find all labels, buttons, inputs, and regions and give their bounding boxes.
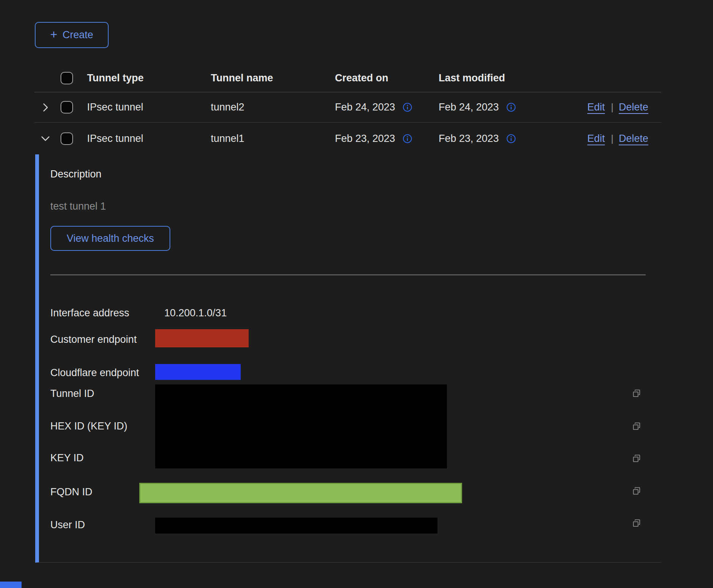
- copy-icon[interactable]: [632, 422, 641, 431]
- field-label-user-id: User ID: [50, 519, 85, 531]
- tunnel-name-cell: tunnel1: [211, 133, 335, 145]
- delete-link[interactable]: Delete: [619, 101, 648, 113]
- field-label-tunnel-id: Tunnel ID: [50, 388, 94, 400]
- description-value: test tunnel 1: [50, 201, 106, 212]
- last-modified-cell: Feb 24, 2023: [439, 101, 499, 113]
- col-header-created-on: Created on: [335, 72, 439, 84]
- info-circle-icon[interactable]: [506, 134, 516, 143]
- section-divider: [50, 275, 646, 275]
- toolbar: + Create: [35, 22, 713, 48]
- chevron-right-icon[interactable]: [40, 102, 51, 113]
- table-header-row: Tunnel type Tunnel name Created on Last …: [34, 64, 661, 92]
- field-label-key-id: KEY ID: [50, 452, 84, 464]
- edit-link[interactable]: Edit: [587, 101, 605, 113]
- col-header-last-modified: Last modified: [439, 72, 583, 84]
- field-label-customer-endpoint: Customer endpoint: [50, 334, 137, 345]
- info-circle-icon[interactable]: [506, 103, 516, 112]
- customer-endpoint-redaction: [155, 329, 249, 347]
- cloudflare-endpoint-redaction: [155, 364, 241, 380]
- create-button-label: Create: [62, 29, 93, 41]
- interface-address-value: 10.200.1.0/31: [164, 307, 227, 319]
- copy-icon[interactable]: [632, 389, 641, 398]
- tunnel-id-redaction: [155, 384, 447, 468]
- edit-link[interactable]: Edit: [587, 133, 605, 145]
- info-circle-icon[interactable]: [403, 134, 412, 143]
- select-all-checkbox[interactable]: [61, 72, 73, 84]
- action-separator: |: [611, 101, 613, 113]
- fqdn-id-redaction: [139, 483, 462, 503]
- tunnel-type-cell: IPsec tunnel: [87, 133, 211, 145]
- tunnel-type-cell: IPsec tunnel: [87, 101, 211, 113]
- created-on-cell: Feb 23, 2023: [335, 133, 395, 145]
- table-row-tunnel2: IPsec tunnel tunnel2 Feb 24, 2023 Feb 24…: [34, 92, 661, 123]
- field-label-fqdn-id: FQDN ID: [50, 486, 92, 498]
- tunnel-name-cell: tunnel2: [211, 101, 335, 113]
- created-on-cell: Feb 24, 2023: [335, 101, 395, 113]
- plus-icon: +: [50, 28, 58, 40]
- col-header-tunnel-type: Tunnel type: [87, 72, 211, 84]
- row-checkbox[interactable]: [61, 101, 73, 114]
- field-label-interface-address: Interface address: [50, 307, 129, 319]
- expanded-row-details-panel: Description test tunnel 1 View health ch…: [35, 154, 661, 563]
- copy-icon[interactable]: [632, 518, 641, 528]
- table-row-tunnel1: IPsec tunnel tunnel1 Feb 23, 2023 Feb 23…: [34, 123, 661, 154]
- tunnels-table: Tunnel type Tunnel name Created on Last …: [34, 64, 661, 563]
- delete-link[interactable]: Delete: [619, 133, 648, 145]
- info-circle-icon[interactable]: [403, 103, 412, 112]
- last-modified-cell: Feb 23, 2023: [439, 133, 499, 145]
- user-id-redaction: [155, 518, 437, 534]
- row-checkbox[interactable]: [61, 132, 73, 145]
- chevron-down-icon[interactable]: [40, 133, 51, 144]
- create-button[interactable]: + Create: [35, 22, 109, 48]
- copy-icon[interactable]: [632, 454, 641, 464]
- view-health-checks-button[interactable]: View health checks: [50, 226, 170, 251]
- copy-icon[interactable]: [632, 486, 641, 496]
- col-header-tunnel-name: Tunnel name: [211, 72, 335, 84]
- description-heading: Description: [50, 168, 101, 180]
- field-label-hex-id: HEX ID (KEY ID): [50, 420, 128, 432]
- action-separator: |: [611, 133, 613, 145]
- scrollbar-thumb[interactable]: [0, 582, 22, 588]
- tunnels-page: + Create Tunnel type Tunnel name Created…: [0, 0, 713, 588]
- field-label-cloudflare-endpoint: Cloudflare endpoint: [50, 367, 139, 379]
